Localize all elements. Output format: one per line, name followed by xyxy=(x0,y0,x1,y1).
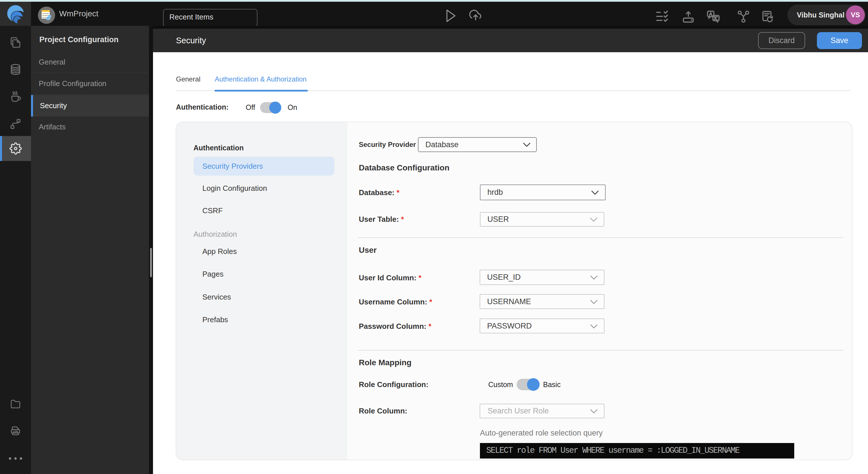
svg-text:LOG: LOG xyxy=(13,430,19,433)
